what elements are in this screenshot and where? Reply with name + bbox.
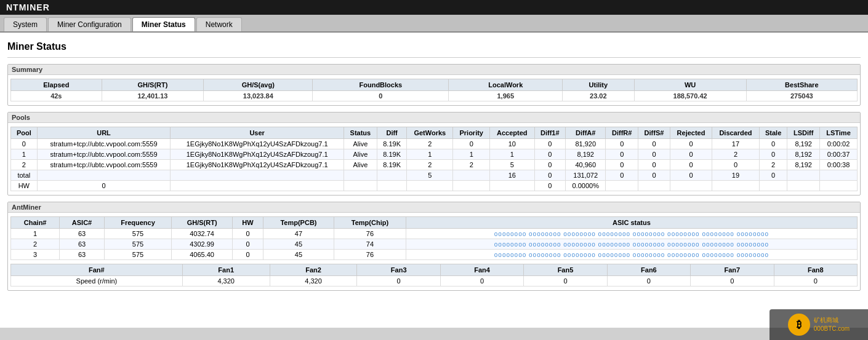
table-row: 1635754032.7404776oooooooo oooooooo oooo… xyxy=(11,229,858,239)
tab-network[interactable]: Network xyxy=(196,17,242,31)
summary-col-utility: Utility xyxy=(563,79,635,91)
pools-col-lstime: LSTime xyxy=(819,127,857,139)
summary-localwork: 1,965 xyxy=(449,91,563,101)
pools-col-lsdiff: LSDiff xyxy=(787,127,820,139)
summary-foundblocks: 0 xyxy=(313,91,449,101)
pools-col-rejected: Rejected xyxy=(670,127,712,139)
summary-ghsrt: 12,401.13 xyxy=(102,91,204,101)
pools-col-diffs: DiffS# xyxy=(638,127,670,139)
summary-utility: 23.02 xyxy=(563,91,635,101)
pools-total-row: total5160131,072000190 xyxy=(11,170,858,181)
pools-col-stale: Stale xyxy=(759,127,787,139)
pools-hw-row: HW000.0000% xyxy=(11,181,858,191)
table-row: 2635754302.9904574oooooooo oooooooo oooo… xyxy=(11,239,858,250)
summary-bestshare: 275043 xyxy=(746,91,857,101)
summary-col-foundblocks: FoundBlocks xyxy=(313,79,449,91)
summary-col-localwork: LocalWork xyxy=(449,79,563,91)
tab-miner-config[interactable]: Miner Configuration xyxy=(48,17,131,31)
pools-col-pool: Pool xyxy=(11,127,38,139)
table-row: 0stratum+tcp://ubtc.vvpool.com:55591EGjk… xyxy=(11,139,858,149)
summary-col-ghsavg: GH/S(avg) xyxy=(204,79,313,91)
fan-table: Fan#Fan1Fan2Fan3Fan4Fan5Fan6Fan7Fan8 Spe… xyxy=(10,264,858,287)
summary-ghsavg: 13,023.84 xyxy=(204,91,313,101)
pools-col-user: User xyxy=(171,127,344,139)
app-title: NTMINER xyxy=(6,2,50,12)
table-row: 3635754065.4004576oooooooo oooooooo oooo… xyxy=(11,250,858,260)
summary-col-wu: WU xyxy=(634,79,746,91)
page-title: Miner Status xyxy=(7,38,861,58)
antminer-section: AntMiner Chain#ASIC#FrequencyGH/S(RT)HWT… xyxy=(7,202,861,291)
tab-bar: System Miner Configuration Miner Status … xyxy=(0,15,868,33)
tab-system[interactable]: System xyxy=(4,17,47,31)
summary-section: Summary Elapsed GH/S(RT) GH/S(avg) Found… xyxy=(7,64,861,106)
antminer-legend: AntMiner xyxy=(8,202,860,213)
logo-circle: ₿ xyxy=(788,314,810,328)
pools-col-url: URL xyxy=(37,127,171,139)
pools-col-discarded: Discarded xyxy=(712,127,760,139)
pools-col-diff: Diff xyxy=(377,127,406,139)
pools-col-getworks: GetWorks xyxy=(407,127,453,139)
summary-legend: Summary xyxy=(8,65,860,75)
summary-wu: 188,570.42 xyxy=(634,91,746,101)
summary-col-elapsed: Elapsed xyxy=(11,79,102,91)
summary-col-bestshare: BestShare xyxy=(746,79,857,91)
pools-col-status: Status xyxy=(344,127,377,139)
table-row: 2stratum+tcp://ubtc.vvpool.com:55591EGjk… xyxy=(11,160,858,170)
pools-col-diff1: Diff1# xyxy=(534,127,565,139)
tab-miner-status[interactable]: Miner Status xyxy=(132,17,195,31)
main-content: Miner Status Summary Elapsed GH/S(RT) GH… xyxy=(0,33,868,328)
pools-col-diffr: DiffR# xyxy=(606,127,638,139)
summary-col-ghsrt: GH/S(RT) xyxy=(102,79,204,91)
antminer-table: Chain#ASIC#FrequencyGH/S(RT)HWTemp(PCB)T… xyxy=(10,216,858,260)
footer-watermark: ₿ 矿机商城000BTC.com xyxy=(770,309,868,328)
summary-table: Elapsed GH/S(RT) GH/S(avg) FoundBlocks L… xyxy=(10,79,858,101)
pools-table: Pool URL User Status Diff GetWorks Prior… xyxy=(10,127,858,191)
pools-col-priority: Priority xyxy=(453,127,490,139)
pools-section: Pools Pool URL User Status Diff GetWorks… xyxy=(7,112,861,196)
app-header: NTMINER xyxy=(0,0,868,15)
summary-elapsed: 42s xyxy=(11,91,102,101)
table-row: 1stratum+tcp://ubtc.vvpool.com:55591EGjk… xyxy=(11,149,858,160)
pools-col-accepted: Accepted xyxy=(490,127,534,139)
pools-legend: Pools xyxy=(8,113,860,123)
pools-col-diffa: DiffA# xyxy=(566,127,606,139)
footer-text: 矿机商城000BTC.com xyxy=(814,316,850,328)
